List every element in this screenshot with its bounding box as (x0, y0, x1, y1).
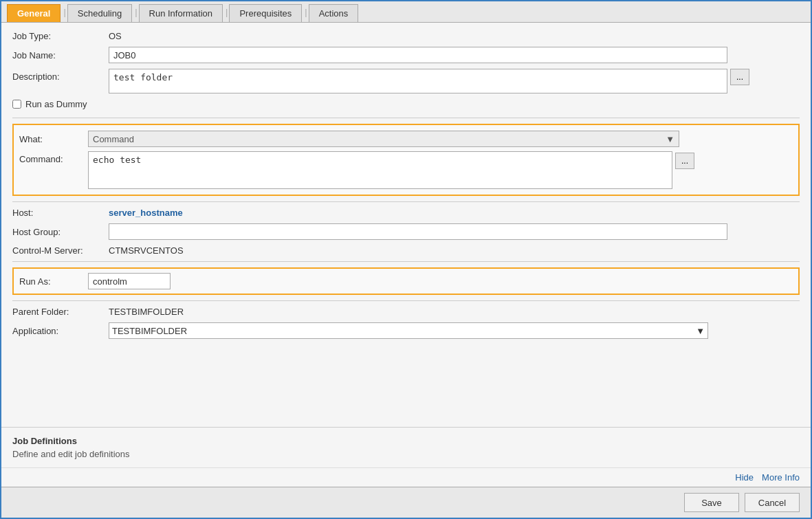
tab-scheduling[interactable]: Scheduling (67, 4, 132, 22)
job-type-value: OS (109, 31, 122, 41)
description-area: test folder ... (109, 69, 749, 93)
job-type-row: Job Type: OS (12, 31, 800, 41)
what-label: What: (19, 134, 88, 144)
save-button[interactable]: Save (684, 493, 739, 512)
job-name-row: Job Name: (12, 47, 800, 63)
bottom-info-title: Job Definitions (12, 436, 800, 446)
ctm-server-value: CTMSRVCENTOS (109, 245, 184, 256)
application-row: Application: TESTBIMFOLDER ▼ (12, 322, 800, 339)
run-as-dummy-checkbox[interactable] (12, 100, 21, 109)
ctm-server-row: Control-M Server: CTMSRVCENTOS (12, 245, 800, 256)
job-name-label: Job Name: (12, 50, 109, 60)
parent-folder-row: Parent Folder: TESTBIMFOLDER (12, 307, 800, 317)
command-ellipsis-button[interactable]: ... (675, 153, 694, 169)
sep2: | (135, 7, 137, 20)
ctm-server-label: Control-M Server: (12, 245, 109, 256)
host-label: Host: (12, 208, 109, 218)
description-row: Description: test folder ... (12, 69, 800, 93)
run-as-dummy-label: Run as Dummy (25, 99, 87, 109)
host-row: Host: server_hostname (12, 208, 800, 218)
run-as-section: Run As: (12, 267, 800, 295)
application-select-container: TESTBIMFOLDER ▼ (109, 322, 708, 339)
application-dropdown-arrow: ▼ (696, 326, 705, 336)
parent-folder-label: Parent Folder: (12, 307, 109, 317)
job-type-label: Job Type: (12, 31, 109, 41)
what-row: What: Command ▼ (19, 131, 793, 147)
what-select-value: Command (93, 134, 134, 144)
description-input[interactable]: test folder (109, 69, 727, 93)
sep1: | (63, 7, 65, 20)
divider-4 (12, 300, 800, 301)
run-as-label: Run As: (19, 276, 88, 287)
bottom-info: Job Definitions Define and edit job defi… (1, 427, 811, 467)
sep3: | (226, 7, 228, 20)
command-label: Command: (19, 154, 88, 164)
hide-link[interactable]: Hide (735, 472, 754, 483)
main-window: General | Scheduling | Run Information |… (0, 0, 812, 519)
what-command-section: What: Command ▼ Command: echo test ... (12, 124, 800, 196)
tab-general[interactable]: General (7, 4, 61, 22)
tab-actions[interactable]: Actions (309, 4, 359, 22)
cancel-button[interactable]: Cancel (745, 493, 800, 512)
content-area: Job Type: OS Job Name: Description: test… (1, 23, 811, 518)
tab-run-information[interactable]: Run Information (139, 4, 223, 22)
bottom-links: Hide More Info (1, 467, 811, 487)
application-select-value: TESTBIMFOLDER (112, 326, 187, 336)
application-label: Application: (12, 326, 109, 336)
description-label: Description: (12, 71, 109, 82)
sep4: | (305, 7, 307, 20)
tab-bar: General | Scheduling | Run Information |… (1, 1, 811, 23)
tab-prerequisites[interactable]: Prerequisites (229, 4, 302, 22)
job-name-input[interactable] (109, 47, 727, 63)
host-group-input[interactable] (109, 223, 727, 240)
more-info-link[interactable]: More Info (762, 472, 800, 483)
command-textarea-area: echo test ... (88, 151, 694, 189)
parent-folder-value: TESTBIMFOLDER (109, 307, 184, 317)
command-row: Command: echo test ... (19, 151, 793, 189)
application-select[interactable]: TESTBIMFOLDER ▼ (109, 322, 708, 339)
command-input[interactable]: echo test (88, 151, 672, 189)
divider-1 (12, 118, 800, 118)
description-ellipsis-button[interactable]: ... (730, 69, 749, 85)
what-select[interactable]: Command ▼ (88, 131, 679, 147)
run-as-dummy-row: Run as Dummy (12, 99, 800, 109)
divider-2 (12, 201, 800, 202)
run-as-input[interactable] (88, 273, 171, 289)
divider-3 (12, 261, 800, 262)
footer-bar: Save Cancel (1, 487, 811, 518)
bottom-info-desc: Define and edit job definitions (12, 449, 800, 459)
scrollable-content[interactable]: Job Type: OS Job Name: Description: test… (1, 23, 811, 427)
host-link[interactable]: server_hostname (109, 208, 183, 218)
host-group-label: Host Group: (12, 227, 109, 237)
host-group-row: Host Group: (12, 223, 800, 240)
what-dropdown-arrow: ▼ (666, 134, 674, 144)
